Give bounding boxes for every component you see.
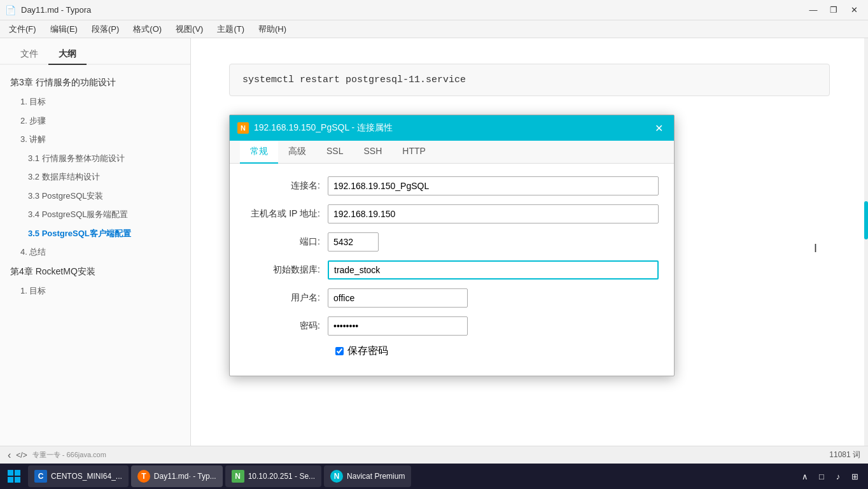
password-row: 密码: [245, 316, 659, 336]
dialog-close-button[interactable]: ✕ [651, 120, 666, 136]
port-row: 端口: [245, 232, 659, 252]
host-row: 主机名或 IP 地址: [245, 204, 659, 223]
scroll-indicator[interactable] [864, 38, 868, 446]
taskbar-label-centos: CENTOS_MINI64_... [51, 472, 122, 481]
nav-4-summary[interactable]: 4. 总结 [10, 243, 180, 262]
password-label: 密码: [245, 320, 328, 332]
taskbar-label-typora: Day11.md· - Typ... [154, 472, 216, 481]
dialog-tab-ssh[interactable]: SSH [353, 141, 392, 164]
dialog-app-icon: N [237, 122, 249, 134]
nav-3-2[interactable]: 3.2 数据库结构设计 [10, 167, 180, 187]
title-bar: 📄 Day11.md - Typora — ❐ ✕ [0, 0, 868, 20]
password-input[interactable] [328, 316, 468, 336]
save-password-row: 保存密码 [245, 344, 659, 358]
taskbar-item-centos[interactable]: C CENTOS_MINI64_... [28, 465, 129, 487]
dialog-title-left: N 192.168.19.150_PgSQL - 连接属性 [237, 122, 393, 134]
nav-chapter4[interactable]: 第4章 RocketMQ安装 [10, 262, 180, 281]
taskbar-label-server: 10.10.20.251 - Se... [248, 472, 315, 481]
nav-3-1[interactable]: 3.1 行情服务整体功能设计 [10, 149, 180, 168]
port-input[interactable] [328, 232, 379, 252]
dialog-form: 连接名: 主机名或 IP 地址: 端口: 初始数据库: [230, 164, 674, 376]
svg-rect-1 [15, 470, 20, 476]
taskbar-item-typora[interactable]: T Day11.md· - Typ... [131, 465, 223, 487]
nav-3-5[interactable]: 3.5 PostgreSQL客户端配置 [10, 224, 180, 243]
taskbar: C CENTOS_MINI64_... T Day11.md· - Typ...… [0, 464, 868, 489]
status-bar: ‹ </> 专重一专 - 666java.com 11081 词 [0, 446, 868, 464]
taskbar-icon-typora: T [137, 470, 150, 483]
port-label: 端口: [245, 236, 328, 248]
taskbar-label-navicat: Navicat Premium [347, 472, 405, 481]
user-label: 用户名: [245, 292, 328, 304]
sidebar: 文件 大纲 第3章 行情服务的功能设计 1. 目标 2. 步骤 3. 讲解 3.… [0, 38, 191, 446]
tray-chevron-icon[interactable]: ∧ [799, 471, 811, 482]
svg-rect-0 [8, 470, 13, 476]
app-body: 文件 大纲 第3章 行情服务的功能设计 1. 目标 2. 步骤 3. 讲解 3.… [0, 38, 868, 446]
nav-3-4[interactable]: 3.4 PostgreSQL服务端配置 [10, 205, 180, 224]
taskbar-icon-navicat: N [330, 470, 343, 483]
connection-name-input[interactable] [328, 176, 659, 195]
nav-chapter3[interactable]: 第3章 行情服务的功能设计 [10, 73, 180, 92]
menu-bar: 文件(F) 编辑(E) 段落(P) 格式(O) 视图(V) 主题(T) 帮助(H… [0, 20, 868, 38]
connection-dialog: N 192.168.19.150_PgSQL - 连接属性 ✕ 常规 高级 SS… [229, 115, 675, 376]
dialog-title-bar: N 192.168.19.150_PgSQL - 连接属性 ✕ [230, 115, 674, 141]
cursor-indicator: I [814, 242, 817, 255]
menu-help[interactable]: 帮助(H) [252, 22, 293, 36]
dialog-tab-ssl[interactable]: SSL [316, 141, 353, 164]
user-row: 用户名: [245, 288, 659, 308]
tray-display-icon[interactable]: □ [816, 471, 827, 482]
host-input[interactable] [328, 204, 659, 223]
tray-network-icon[interactable]: ⊞ [849, 471, 860, 482]
nav-3-3[interactable]: 3.3 PostgreSQL安装 [10, 187, 180, 206]
taskbar-icon-server: N [232, 470, 244, 483]
watermark-text: 专重一专 - 666java.com [32, 450, 106, 460]
close-button[interactable]: ✕ [845, 4, 863, 17]
windows-logo-icon [7, 469, 21, 483]
editor-area[interactable]: systemctl restart postgresql-11.service … [191, 38, 868, 446]
tab-files[interactable]: 文件 [10, 45, 48, 65]
taskbar-item-navicat[interactable]: N Navicat Premium [324, 465, 411, 487]
dialog-tab-http[interactable]: HTTP [392, 141, 436, 164]
start-button[interactable] [3, 465, 25, 488]
nav-code-btn[interactable]: </> [16, 451, 27, 460]
menu-theme[interactable]: 主题(T) [211, 22, 251, 36]
svg-rect-3 [15, 477, 20, 483]
nav-2-steps[interactable]: 2. 步骤 [10, 111, 180, 131]
menu-view[interactable]: 视图(V) [169, 22, 209, 36]
db-label: 初始数据库: [245, 264, 328, 276]
svg-rect-2 [8, 477, 13, 483]
db-input[interactable] [328, 260, 659, 280]
save-password-label[interactable]: 保存密码 [347, 344, 388, 358]
dialog-tabs: 常规 高级 SSL SSH HTTP [230, 141, 674, 164]
maximize-button[interactable]: ❐ [825, 4, 843, 17]
code-block: systemctl restart postgresql-11.service [229, 64, 830, 96]
nav-prev-btn[interactable]: ‹ [8, 450, 11, 461]
nav-3-explain[interactable]: 3. 讲解 [10, 130, 180, 149]
word-count: 11081 词 [829, 450, 860, 460]
nav-ch4-1[interactable]: 1. 目标 [10, 281, 180, 301]
status-left: ‹ </> 专重一专 - 666java.com [8, 450, 106, 461]
menu-format[interactable]: 格式(O) [127, 22, 168, 36]
window-title: Day11.md - Typora [21, 5, 91, 15]
tray-sound-icon[interactable]: ♪ [832, 471, 844, 482]
title-bar-controls: — ❐ ✕ [804, 4, 863, 17]
dialog-title-text: 192.168.19.150_PgSQL - 连接属性 [254, 122, 393, 134]
title-bar-left: 📄 Day11.md - Typora [5, 5, 91, 15]
user-input[interactable] [328, 288, 468, 308]
connection-name-label: 连接名: [245, 180, 328, 192]
taskbar-item-server[interactable]: N 10.10.20.251 - Se... [225, 465, 321, 487]
scroll-thumb[interactable] [864, 201, 868, 239]
menu-file[interactable]: 文件(F) [3, 22, 43, 36]
host-label: 主机名或 IP 地址: [245, 208, 328, 220]
menu-edit[interactable]: 编辑(E) [44, 22, 84, 36]
tab-outline[interactable]: 大纲 [48, 45, 87, 65]
save-password-checkbox[interactable] [335, 347, 344, 355]
dialog-tab-general[interactable]: 常规 [240, 141, 278, 164]
nav-1-target[interactable]: 1. 目标 [10, 92, 180, 111]
app-icon: 📄 [5, 5, 16, 15]
minimize-button[interactable]: — [804, 4, 822, 17]
connection-name-row: 连接名: [245, 176, 659, 195]
menu-paragraph[interactable]: 段落(P) [85, 22, 125, 36]
system-tray: ∧ □ ♪ ⊞ [794, 471, 865, 482]
dialog-tab-advanced[interactable]: 高级 [278, 141, 316, 164]
db-row: 初始数据库: [245, 260, 659, 280]
